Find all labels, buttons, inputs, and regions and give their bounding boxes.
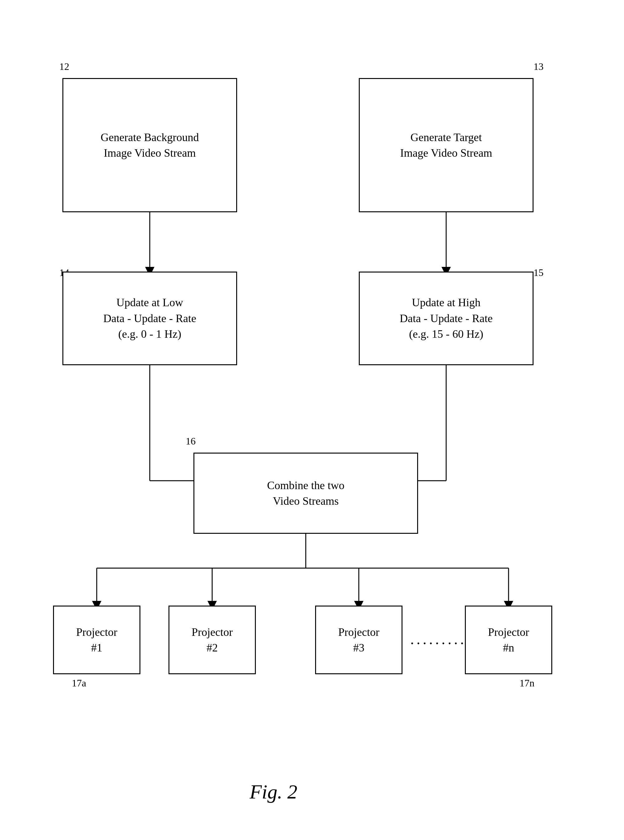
box-combine: Combine the twoVideo Streams [193, 453, 418, 534]
box-projector-3-label: Projector#3 [338, 624, 379, 656]
box-projector-n-label: Projector#n [488, 624, 529, 656]
box-projector-2: Projector#2 [168, 606, 256, 674]
box-update-low-label: Update at LowData - Update - Rate(e.g. 0… [103, 295, 196, 342]
box-projector-2-label: Projector#2 [192, 624, 233, 656]
box-update-low: Update at LowData - Update - Rate(e.g. 0… [62, 272, 237, 365]
ref-13: 13 [533, 61, 544, 73]
ref-17n: 17n [519, 678, 534, 689]
box-projector-3: Projector#3 [315, 606, 403, 674]
fig-caption: Fig. 2 [250, 780, 297, 803]
ref-17a: 17a [72, 678, 86, 689]
box-projector-1-label: Projector#1 [76, 624, 117, 656]
box-generate-background-label: Generate BackgroundImage Video Stream [101, 130, 199, 161]
box-update-high: Update at HighData - Update - Rate(e.g. … [359, 272, 533, 365]
ref-16: 16 [185, 435, 196, 447]
box-update-high-label: Update at HighData - Update - Rate(e.g. … [400, 295, 493, 342]
box-projector-1: Projector#1 [53, 606, 141, 674]
box-projector-n: Projector#n [465, 606, 552, 674]
ellipsis: ......... [410, 631, 466, 648]
ref-12: 12 [59, 61, 69, 73]
box-generate-target-label: Generate TargetImage Video Stream [400, 130, 492, 161]
box-combine-label: Combine the twoVideo Streams [267, 478, 344, 509]
box-generate-target: Generate TargetImage Video Stream [359, 78, 533, 212]
ref-15: 15 [533, 267, 544, 278]
box-generate-background: Generate BackgroundImage Video Stream [62, 78, 237, 212]
diagram: 12 Generate BackgroundImage Video Stream… [0, 0, 624, 840]
